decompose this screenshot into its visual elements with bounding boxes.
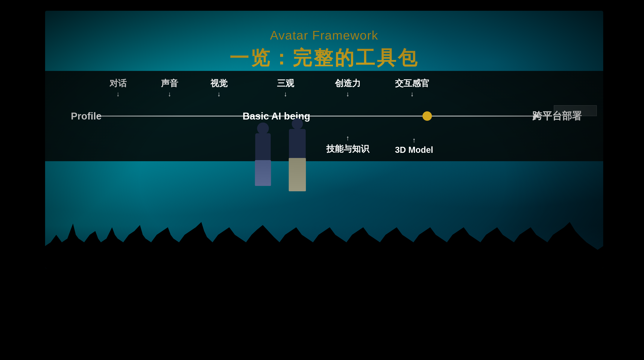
scene: Avatar Framework 一览：完整的工具包 Profile Basic…: [0, 0, 644, 360]
info-box: [554, 105, 597, 116]
label-top-sensory: 交互感官 ↓: [395, 77, 429, 98]
arrow-down-dialogue: ↓: [110, 90, 127, 98]
title-area: Avatar Framework 一览：完整的工具包: [45, 28, 603, 71]
label-top-sound: 声音 ↓: [161, 77, 178, 98]
label-top-vision: 视觉 ↓: [210, 77, 228, 98]
label-top-values: 三观 ↓: [277, 77, 294, 98]
person-right-body: [289, 129, 306, 159]
arrow-down-sensory: ↓: [395, 90, 429, 98]
title-chinese: 一览：完整的工具包: [45, 45, 603, 71]
audience-silhouette: [45, 194, 603, 269]
person-left-head: [257, 122, 269, 134]
audience-area: [45, 172, 603, 269]
label-top-creativity: 创造力 ↓: [335, 77, 361, 98]
person-right-head: [292, 118, 303, 129]
arrow-down-sound: ↓: [161, 90, 178, 98]
arrow-down-values: ↓: [277, 90, 294, 98]
arrow-down-creativity: ↓: [335, 90, 361, 98]
title-english: Avatar Framework: [45, 28, 603, 42]
presentation-stage: Avatar Framework 一览：完整的工具包 Profile Basic…: [45, 11, 603, 269]
person-left-body: [255, 133, 271, 161]
label-top-dialogue: 对话 ↓: [110, 77, 127, 98]
arrow-down-vision: ↓: [210, 90, 228, 98]
